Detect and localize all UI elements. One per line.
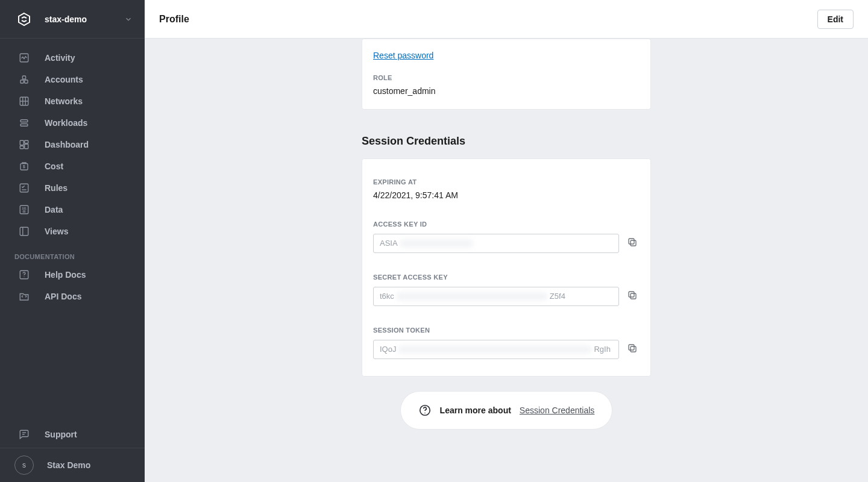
svg-rect-31 (631, 346, 636, 352)
svg-rect-8 (20, 120, 28, 122)
sidebar-item-label: Data (45, 205, 63, 214)
sidebar-item-label: Help Docs (45, 270, 86, 280)
help-docs-icon (18, 269, 30, 281)
svg-rect-10 (20, 140, 24, 145)
access-key-input[interactable]: ASIA (373, 234, 619, 253)
svg-rect-21 (20, 227, 28, 236)
data-icon: 10100 (18, 204, 30, 216)
stax-logo-icon (17, 12, 31, 27)
sidebar-item-cost[interactable]: $ Cost (0, 155, 145, 177)
views-icon (18, 225, 30, 237)
svg-rect-3 (22, 76, 25, 79)
activity-icon (18, 52, 30, 64)
redacted-icon (400, 240, 473, 247)
sidebar-item-label: Activity (45, 53, 75, 63)
api-docs-icon (18, 290, 30, 302)
sidebar-item-label: Cost (45, 161, 63, 171)
svg-rect-27 (631, 240, 636, 246)
header: Profile Edit (145, 0, 868, 39)
svg-rect-12 (25, 144, 28, 149)
svg-text:$: $ (23, 164, 25, 169)
question-circle-icon (418, 404, 432, 417)
sidebar: stax-demo Activity Accounts Networks Wor… (0, 0, 145, 482)
sidebar-item-label: Accounts (45, 75, 83, 84)
learn-more-link[interactable]: Session Credentials (520, 405, 595, 415)
sidebar-item-help-docs[interactable]: Help Docs (0, 264, 145, 286)
redacted-icon (398, 346, 591, 353)
sidebar-item-activity[interactable]: Activity (0, 47, 145, 69)
copy-secret-key-button[interactable] (625, 288, 640, 302)
sidebar-item-data[interactable]: 10100 Data (0, 199, 145, 221)
learn-more-text: Learn more about (440, 405, 511, 415)
sidebar-footer: Support s Stax Demo (0, 421, 145, 482)
copy-access-key-button[interactable] (625, 235, 640, 249)
secret-key-label: Secret Access Key (373, 274, 640, 281)
support-icon (18, 428, 30, 440)
user-menu[interactable]: s Stax Demo (0, 448, 145, 482)
svg-point-24 (24, 277, 24, 277)
sidebar-item-networks[interactable]: Networks (0, 90, 145, 112)
sidebar-item-label: API Docs (45, 292, 81, 301)
svg-rect-0 (20, 54, 28, 62)
role-label: Role (373, 74, 640, 81)
svg-rect-30 (629, 292, 634, 297)
redacted-icon (397, 293, 547, 300)
session-token-input[interactable]: IQoJ RgIh (373, 340, 619, 359)
reset-password-link[interactable]: Reset password (373, 51, 433, 60)
cost-icon: $ (18, 160, 30, 172)
copy-session-token-button[interactable] (625, 341, 640, 355)
svg-rect-1 (20, 80, 24, 83)
learn-more-pill: Learn more about Session Credentials (400, 391, 612, 430)
sidebar-item-label: Networks (45, 96, 83, 106)
svg-rect-16 (20, 184, 28, 192)
expiring-label: Expiring At (373, 178, 640, 186)
rules-icon (18, 182, 30, 194)
profile-card: Reset password Role customer_admin (362, 39, 651, 110)
svg-rect-13 (20, 146, 24, 149)
svg-point-34 (424, 413, 425, 413)
networks-icon (18, 95, 30, 107)
svg-rect-11 (25, 140, 28, 143)
main: Reset password Role customer_admin Sessi… (145, 39, 868, 482)
org-switcher[interactable]: stax-demo (0, 0, 145, 39)
nav-main: Activity Accounts Networks Workloads Das… (0, 39, 145, 307)
sidebar-item-label: Support (45, 430, 77, 439)
sidebar-item-label: Workloads (45, 118, 87, 128)
svg-rect-9 (20, 124, 28, 127)
dashboard-icon (18, 139, 30, 151)
sidebar-item-dashboard[interactable]: Dashboard (0, 134, 145, 155)
svg-rect-2 (25, 80, 28, 83)
avatar: s (14, 455, 34, 475)
expiring-value: 4/22/2021, 9:57:41 AM (373, 190, 640, 200)
access-key-label: Access Key ID (373, 221, 640, 228)
svg-rect-32 (629, 345, 634, 350)
sidebar-item-label: Dashboard (45, 140, 89, 149)
sidebar-item-workloads[interactable]: Workloads (0, 112, 145, 134)
workloads-icon (18, 117, 30, 129)
accounts-icon (18, 74, 30, 86)
svg-rect-29 (631, 293, 636, 299)
svg-text:00: 00 (22, 210, 26, 213)
chevron-down-icon (124, 15, 133, 23)
session-card: Expiring At 4/22/2021, 9:57:41 AM Access… (362, 158, 651, 377)
sidebar-item-label: Rules (45, 183, 68, 193)
role-value: customer_admin (373, 86, 640, 96)
sidebar-item-views[interactable]: Views (0, 221, 145, 242)
page-title: Profile (159, 14, 817, 25)
sidebar-item-api-docs[interactable]: API Docs (0, 286, 145, 307)
session-heading: Session Credentials (362, 135, 651, 148)
edit-button[interactable]: Edit (817, 10, 854, 29)
svg-rect-28 (629, 239, 634, 244)
docs-heading: DOCUMENTATION (0, 242, 145, 264)
sidebar-item-accounts[interactable]: Accounts (0, 69, 145, 90)
user-name: Stax Demo (47, 460, 90, 470)
session-token-label: Session Token (373, 327, 640, 334)
sidebar-item-label: Views (45, 227, 68, 236)
sidebar-item-rules[interactable]: Rules (0, 177, 145, 199)
secret-key-input[interactable]: t6kc Z5f4 (373, 287, 619, 306)
org-name: stax-demo (45, 14, 124, 24)
sidebar-item-support[interactable]: Support (0, 421, 145, 448)
